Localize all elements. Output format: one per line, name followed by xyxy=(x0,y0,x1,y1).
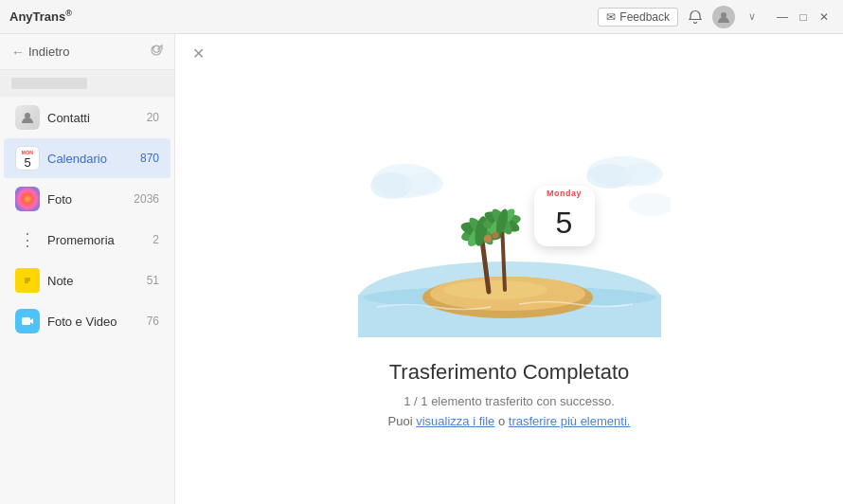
svg-point-12 xyxy=(621,163,663,186)
maximize-button[interactable]: □ xyxy=(794,8,813,27)
sidebar-item-count-foto-video: 76 xyxy=(147,315,159,328)
sidebar-item-label-promemoria: Promemoria xyxy=(47,233,152,247)
sidebar-item-count-promemoria: 2 xyxy=(152,233,159,246)
success-area: Monday 5 Trasferimento Completato 1 / 1 … xyxy=(175,72,843,504)
sidebar-item-label-foto: Foto xyxy=(47,192,134,207)
feedback-label: Feedback xyxy=(619,10,670,24)
app-name: AnyTrans® xyxy=(9,9,72,24)
calendar-date-number: 5 xyxy=(534,199,595,246)
svg-point-13 xyxy=(628,193,671,216)
link-prefix: Puoi xyxy=(388,414,417,428)
back-arrow-icon: ← xyxy=(11,45,25,60)
sidebar-item-calendario[interactable]: MON 5 Calendario 870 xyxy=(4,138,170,178)
sidebar: ← Indietro Contatti xyxy=(0,34,175,504)
sidebar-items-list: Contatti 20 MON 5 Calendario 870 Foto 20… xyxy=(0,97,174,504)
foto-video-icon xyxy=(15,309,40,333)
panel-close-button[interactable]: ✕ xyxy=(188,44,207,63)
success-title: Trasferimento Completato xyxy=(389,360,630,385)
calendar-day-label: Monday xyxy=(534,186,595,199)
view-files-link[interactable]: visualizza i file xyxy=(416,414,494,428)
feedback-button[interactable]: ✉ Feedback xyxy=(598,8,678,27)
back-button[interactable]: ← Indietro xyxy=(11,45,69,60)
note-icon xyxy=(15,268,40,293)
sidebar-item-promemoria[interactable]: ⋮ Promemoria 2 xyxy=(4,220,170,260)
titlebar: AnyTrans® ✉ Feedback ∨ — □ ✕ xyxy=(0,0,843,34)
sidebar-item-label-foto-video: Foto e Video xyxy=(47,315,147,329)
svg-rect-6 xyxy=(22,317,30,325)
svg-point-33 xyxy=(492,232,498,239)
sidebar-item-foto[interactable]: Foto 2036 xyxy=(4,179,170,219)
svg-point-32 xyxy=(484,235,492,243)
link-middle: o xyxy=(494,414,508,428)
user-avatar[interactable] xyxy=(712,6,735,28)
titlebar-left: AnyTrans® xyxy=(9,9,72,24)
content-header: ✕ xyxy=(175,34,843,72)
sidebar-item-note[interactable]: Note 51 xyxy=(4,261,170,300)
sidebar-header: ← Indietro xyxy=(0,34,174,70)
sidebar-item-count-contatti: 20 xyxy=(147,111,159,124)
promemoria-icon: ⋮ xyxy=(15,227,40,252)
sidebar-item-count-calendario: 870 xyxy=(140,152,159,165)
back-label: Indietro xyxy=(28,45,69,59)
titlebar-right: ✉ Feedback ∨ — □ ✕ xyxy=(598,6,834,28)
contatti-icon xyxy=(15,105,40,130)
window-close-button[interactable]: ✕ xyxy=(815,8,834,27)
sidebar-item-count-foto: 2036 xyxy=(134,192,159,206)
sidebar-item-label-calendario: Calendario xyxy=(47,152,140,166)
foto-icon xyxy=(15,187,40,211)
device-info xyxy=(0,70,174,97)
success-subtitle: 1 / 1 elemento trasferito con successo. xyxy=(404,394,615,408)
calendar-icon-overlay: Monday 5 xyxy=(534,186,595,246)
island-illustration: Monday 5 xyxy=(349,129,671,337)
main-layout: ← Indietro Contatti xyxy=(0,34,843,504)
mail-icon: ✉ xyxy=(606,10,616,24)
transfer-more-link[interactable]: trasferire più elementi. xyxy=(509,414,631,428)
refresh-icon[interactable] xyxy=(150,44,163,60)
svg-point-9 xyxy=(405,172,443,195)
sidebar-item-foto-video[interactable]: Foto e Video 76 xyxy=(4,301,170,341)
sidebar-item-label-note: Note xyxy=(47,274,147,288)
content-area: ✕ xyxy=(175,34,843,504)
sidebar-item-count-note: 51 xyxy=(147,274,159,287)
success-links: Puoi visualizza i file o trasferire più … xyxy=(388,414,631,428)
sidebar-item-label-contatti: Contatti xyxy=(47,111,147,125)
window-controls: — □ ✕ xyxy=(773,8,834,27)
notification-icon[interactable] xyxy=(686,8,705,27)
minimize-button[interactable]: — xyxy=(773,8,792,27)
svg-point-19 xyxy=(443,280,547,299)
calendario-icon: MON 5 xyxy=(15,146,40,171)
device-name-bar xyxy=(11,78,87,89)
sidebar-item-contatti[interactable]: Contatti 20 xyxy=(4,98,170,137)
chevron-down-icon[interactable]: ∨ xyxy=(743,8,762,27)
